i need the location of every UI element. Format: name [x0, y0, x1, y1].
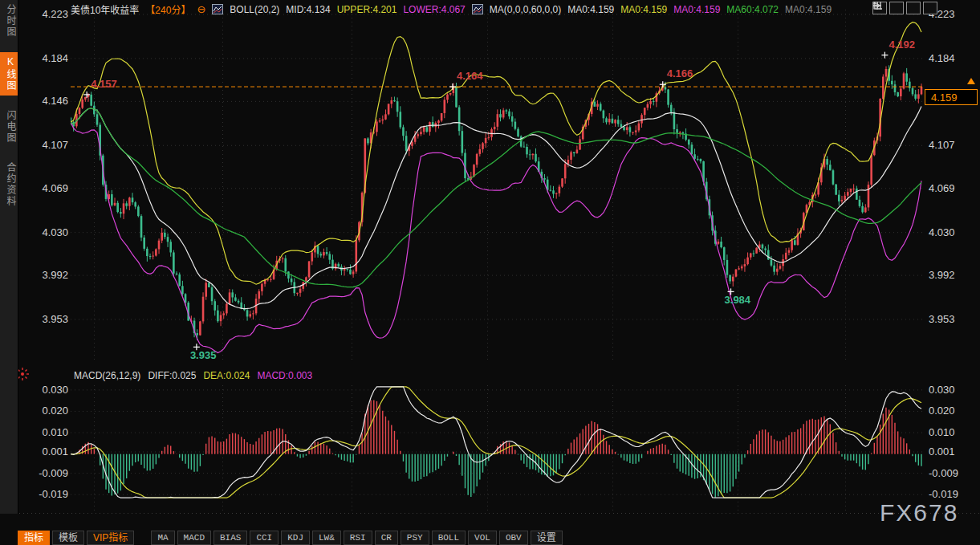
price-axis-label-left: 4.030 — [22, 226, 68, 239]
ma0-value-white: MA0:4.159 — [567, 4, 614, 15]
price-axis-label-left: 4.146 — [22, 95, 68, 108]
mini-chart-icon — [212, 4, 223, 14]
price-annotation: 3.984 — [725, 294, 751, 306]
indicator-header: 美债10年收益率 【240分】 ⊖ BOLL(20,2) MID:4.134 U… — [71, 2, 832, 16]
boll-upper-value: UPPER:4.201 — [337, 4, 397, 15]
macd-axis-label-right: 0.001 — [929, 445, 974, 458]
price-annotation: 4.164 — [457, 70, 483, 82]
macd-axis-label-left: 0.001 — [22, 445, 68, 458]
boll-lower-value: LOWER:4.067 — [403, 4, 465, 15]
chart-view-buttons — [872, 2, 937, 14]
price-axis-label-left: 4.223 — [22, 8, 68, 21]
instrument-title: 美债10年收益率 — [71, 2, 139, 16]
macd-axis-label-left: -0.019 — [22, 488, 68, 501]
toolbar-item-[interactable]: 模板 — [52, 531, 84, 545]
sidebar-tab-lightning[interactable]: 闪电图 — [0, 106, 18, 148]
macd-dea-value: DEA:0.024 — [203, 370, 250, 381]
boll-mid-value: MID:4.134 — [286, 4, 330, 15]
pan-right-icon[interactable] — [923, 2, 937, 14]
toolbar-item-macd[interactable]: MACD — [177, 531, 211, 545]
price-axis-label-right: 4.030 — [929, 226, 974, 239]
current-price-tag: 4.159 — [925, 89, 978, 105]
date-axis: 240分 ▲ 10/1010/2010/2911/0711/1711/2612/… — [0, 514, 980, 529]
price-axis-label-left: 3.953 — [22, 313, 68, 326]
sidebar-tab-timeline[interactable]: 分时图 — [0, 0, 18, 42]
macd-axis-label-right: -0.009 — [929, 467, 974, 480]
macd-axis-label-left: -0.009 — [22, 467, 68, 480]
y-axis-scale-icon[interactable] — [889, 2, 904, 14]
kline-chart-canvas[interactable]: 4.1573.9354.1644.1663.9844.192 — [0, 0, 980, 530]
toolbar-item-cci[interactable]: CCI — [250, 531, 279, 545]
price-axis-label-right: 3.992 — [929, 269, 974, 282]
price-annotation: 4.157 — [91, 78, 117, 90]
sidebar-tab-kline[interactable]: K线图 — [0, 52, 18, 96]
macd-name-label: MACD(26,12,9) — [74, 370, 140, 381]
toolbar-item-cr[interactable]: CR — [375, 531, 398, 545]
macd-axis-label-right: 0.010 — [929, 426, 974, 439]
toolbar-item-ma[interactable]: MA — [151, 531, 174, 545]
toolbar-item-vip[interactable]: VIP指标 — [87, 531, 134, 545]
toolbar-item-vol[interactable]: VOL — [468, 531, 497, 545]
toolbar-item-boll[interactable]: BOLL — [432, 531, 466, 545]
price-annotation: 4.166 — [667, 67, 693, 79]
ma0-value-magenta: MA0:4.159 — [673, 4, 720, 15]
trading-terminal: 4.1573.9354.1644.1663.9844.192 分时图 K线图 闪… — [0, 0, 980, 545]
price-annotation: 4.192 — [889, 39, 915, 51]
macd-diff-value: DIFF:0.025 — [148, 370, 196, 381]
sidebar-tab-contract-info[interactable]: 合约资料 — [0, 158, 18, 211]
toolbar-item-bias[interactable]: BIAS — [213, 531, 247, 545]
price-axis-label-left: 4.107 — [22, 139, 68, 152]
macd-axis-label-right: 0.020 — [929, 405, 974, 417]
price-axis-label-left: 4.184 — [22, 52, 68, 65]
price-axis-label-right: 4.069 — [929, 182, 974, 195]
ma60-value-green: MA60:4.072 — [726, 4, 779, 15]
macd-axis-label-left: 0.020 — [22, 405, 68, 417]
ma-group-label: MA(0,0,0,60,0,0) — [490, 4, 561, 15]
fx678-watermark: FX678 — [880, 499, 958, 527]
mini-chart-icon — [472, 4, 483, 14]
collapse-icon[interactable]: ⊖ — [197, 3, 205, 15]
ma0-value-yellow: MA0:4.159 — [620, 4, 667, 15]
toolbar-item-obv[interactable]: OBV — [499, 531, 528, 545]
price-axis-label-left: 4.069 — [22, 182, 68, 195]
period-label[interactable]: 【240分】 — [145, 2, 190, 16]
price-axis-label-left: 3.992 — [22, 269, 68, 282]
toolbar-item-[interactable]: 设置 — [531, 531, 563, 545]
macd-header: MACD(26,12,9) DIFF:0.025 DEA:0.024 MACD:… — [74, 370, 312, 381]
indicator-toolbar: 指标模板VIP指标MAMACDBIASCCIKDJLW&RSICRPSYBOLL… — [18, 530, 980, 545]
toolbar-item-rsi[interactable]: RSI — [344, 531, 372, 545]
price-axis-label-right: 3.953 — [929, 313, 974, 326]
toolbar-item-psy[interactable]: PSY — [401, 531, 429, 545]
price-axis-label-right: 4.184 — [929, 52, 974, 65]
macd-axis-label-right: 0.030 — [929, 384, 974, 397]
toolbar-item-lw[interactable]: LW& — [312, 531, 341, 545]
macd-macd-value: MACD:0.003 — [257, 370, 312, 381]
price-annotation: 3.935 — [190, 349, 217, 361]
macd-axis-label-left: 0.010 — [22, 426, 68, 439]
price-axis-label-right: 4.107 — [929, 139, 974, 152]
toolbar-item-[interactable]: 指标 — [18, 531, 50, 545]
macd-axis-label-left: 0.030 — [22, 384, 68, 397]
left-sidebar: 分时图 K线图 闪电图 合约资料 — [0, 0, 18, 514]
toolbar-item-kdj[interactable]: KDJ — [281, 531, 310, 545]
x-axis-play-icon[interactable] — [906, 2, 921, 14]
ma0-value-gray: MA0:4.159 — [785, 4, 832, 15]
boll-label: BOLL(20,2) — [230, 4, 279, 15]
